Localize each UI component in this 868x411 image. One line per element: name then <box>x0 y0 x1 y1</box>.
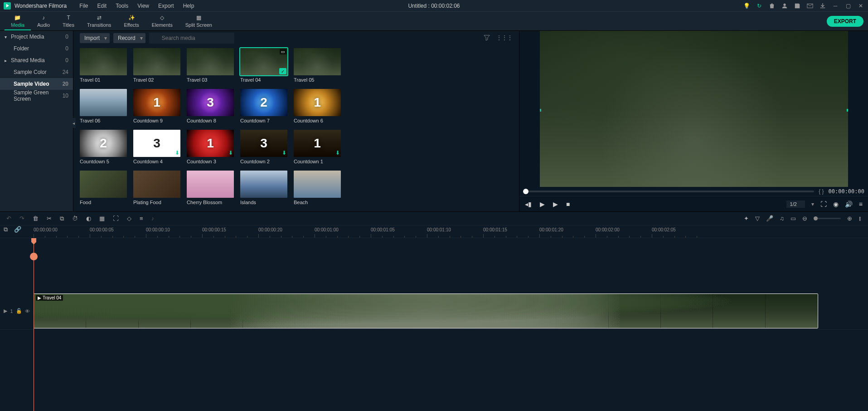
import-dropdown[interactable]: Import <box>80 33 110 43</box>
menu-help[interactable]: Help <box>179 3 199 9</box>
media-thumb[interactable]: Travel 06 <box>80 89 127 123</box>
menu-export[interactable]: Export <box>154 3 179 9</box>
timeline-clip[interactable]: ▶Travel 04 <box>34 294 818 328</box>
minimize-icon[interactable]: ─ <box>832 2 839 10</box>
preview-scale-select[interactable]: 1/2 <box>786 201 805 208</box>
lightbulb-icon[interactable]: 💡 <box>743 2 750 10</box>
media-thumb[interactable]: Islands <box>240 171 287 205</box>
save-icon[interactable] <box>794 2 801 10</box>
stop-button[interactable]: ■ <box>566 201 570 208</box>
cut-icon[interactable]: ✂ <box>47 215 52 222</box>
marker-icon[interactable]: ▽ <box>755 215 760 222</box>
menu-file[interactable]: File <box>75 3 92 9</box>
media-thumb[interactable]: 2Countdown 5 <box>80 130 127 164</box>
sidebar-item-sample-video[interactable]: Sample Video20 <box>0 78 73 90</box>
grid-view-icon[interactable]: ⋮⋮⋮ <box>496 34 513 42</box>
fullscreen-icon[interactable]: ⛶ <box>820 201 827 208</box>
playhead[interactable] <box>34 238 34 411</box>
media-thumb[interactable]: Travel 01 <box>80 48 127 83</box>
user-icon[interactable] <box>781 2 788 10</box>
track-lock-icon[interactable]: 🔓 <box>16 308 22 314</box>
mixer-icon[interactable]: ♫ <box>780 215 784 222</box>
chevron-down-icon[interactable]: ▾ <box>811 201 814 207</box>
sidebar-item-shared-media[interactable]: ▸Shared Media0 <box>0 54 73 66</box>
sidebar-item-folder[interactable]: Folder0 <box>0 43 73 54</box>
scrubber-handle[interactable] <box>523 189 529 194</box>
audio-icon[interactable]: ♪ <box>151 215 155 222</box>
record-dropdown[interactable]: Record <box>113 33 145 43</box>
track-visible-icon[interactable]: 👁 <box>25 308 30 314</box>
settings-icon[interactable]: ≡ <box>859 201 863 208</box>
media-thumb[interactable]: Travel 05 <box>294 48 341 83</box>
speed-icon[interactable]: ⏱ <box>72 215 78 222</box>
track-video-icon[interactable]: ▶ <box>4 308 7 314</box>
zoom-slider[interactable] <box>814 218 841 219</box>
tab-media[interactable]: 📁Media <box>5 12 31 30</box>
filter-icon[interactable] <box>484 34 490 42</box>
media-thumb[interactable]: Plating Food <box>133 171 180 205</box>
media-thumb[interactable]: 3⬇Countdown 2 <box>240 130 287 164</box>
zoom-fit-icon[interactable]: ⫿ <box>858 215 862 222</box>
step-back-button[interactable]: ◂▮ <box>525 201 532 208</box>
search-input[interactable] <box>149 33 234 44</box>
tab-split-screen[interactable]: ▦Split Screen <box>179 12 218 30</box>
media-thumb[interactable]: 1⬇Countdown 3 <box>187 130 234 164</box>
render-icon[interactable]: ✦ <box>744 215 749 222</box>
close-icon[interactable]: ✕ <box>857 2 864 10</box>
timeline-ruler[interactable]: 00:00:00:0000:00:00:0500:00:00:1000:00:0… <box>0 225 868 238</box>
redo-icon[interactable]: ↷ <box>19 215 24 222</box>
color-icon[interactable]: ◐ <box>86 215 91 222</box>
sidebar-item-sample-color[interactable]: Sample Color24 <box>0 66 73 78</box>
zoom-in-icon[interactable]: ⊕ <box>847 215 852 222</box>
video-track-row[interactable]: ▶ 1 🔓 👁 ▶Travel 04 <box>0 293 868 330</box>
image-icon[interactable]: ▦ <box>99 215 105 222</box>
media-thumb[interactable]: Travel 02 <box>133 48 180 83</box>
zoom-out-icon[interactable]: ⊖ <box>802 215 807 222</box>
tab-transitions[interactable]: ⇄Transitions <box>81 12 117 30</box>
tab-titles[interactable]: TTitles <box>56 12 81 30</box>
menu-edit[interactable]: Edit <box>93 3 112 9</box>
media-thumb[interactable]: Beach <box>294 171 341 205</box>
adjust-icon[interactable]: ≡ <box>140 215 143 222</box>
menu-tools[interactable]: Tools <box>111 3 133 9</box>
crop-timeline-icon[interactable]: ▭ <box>790 215 796 222</box>
media-thumb[interactable]: ▭✓Travel 04 <box>240 48 287 83</box>
keyframe-icon[interactable]: ◇ <box>127 215 131 222</box>
export-button[interactable]: EXPORT <box>827 16 863 27</box>
snapshot-icon[interactable]: ◉ <box>833 201 839 208</box>
sidebar-item-sample-green-screen[interactable]: Sample Green Screen10 <box>0 90 73 102</box>
media-thumb[interactable]: 1⬇Countdown 1 <box>294 130 341 164</box>
bracket-icon[interactable]: { } <box>819 188 824 195</box>
media-thumb[interactable]: 1Countdown 6 <box>294 89 341 123</box>
trash-icon[interactable] <box>768 2 776 10</box>
download-badge-icon[interactable]: ⬇ <box>175 150 179 156</box>
sidebar-collapse-handle[interactable]: ◂ <box>71 118 76 128</box>
delete-icon[interactable]: 🗑 <box>33 215 39 222</box>
media-thumb[interactable]: Travel 03 <box>187 48 234 83</box>
scrubber-track[interactable] <box>523 191 814 192</box>
tab-effects[interactable]: ✨Effects <box>117 12 145 30</box>
preview-viewport[interactable] <box>540 31 848 187</box>
timeline-tracks[interactable]: ▶ 1 🔓 👁 ▶Travel 04 <box>0 238 868 411</box>
menu-view[interactable]: View <box>133 3 154 9</box>
undo-icon[interactable]: ↶ <box>6 215 11 222</box>
download-icon[interactable] <box>819 2 826 10</box>
record-vo-icon[interactable]: 🎤 <box>766 215 773 222</box>
media-thumb[interactable]: Cherry Blossom <box>187 171 234 205</box>
media-thumb[interactable]: 2Countdown 7 <box>240 89 287 123</box>
download-badge-icon[interactable]: ⬇ <box>335 150 340 156</box>
sidebar-item-project-media[interactable]: ▾Project Media0 <box>0 31 73 43</box>
media-thumb[interactable]: 3Countdown 8 <box>187 89 234 123</box>
sync-icon[interactable]: ↻ <box>756 2 763 10</box>
tab-audio[interactable]: ♪Audio <box>31 12 56 30</box>
download-badge-icon[interactable]: ⬇ <box>228 150 233 156</box>
volume-icon[interactable]: 🔊 <box>845 201 853 208</box>
media-thumb[interactable]: 3⬇Countdown 4 <box>133 130 180 164</box>
play-button[interactable]: ▶ <box>540 201 545 208</box>
expand-icon[interactable]: ⛶ <box>113 215 119 222</box>
crop-icon[interactable]: ⧉ <box>60 215 64 222</box>
media-thumb[interactable]: 1Countdown 9 <box>133 89 180 123</box>
tab-elements[interactable]: ◇Elements <box>145 12 179 30</box>
maximize-icon[interactable]: ▢ <box>844 2 852 10</box>
download-badge-icon[interactable]: ⬇ <box>282 150 286 156</box>
